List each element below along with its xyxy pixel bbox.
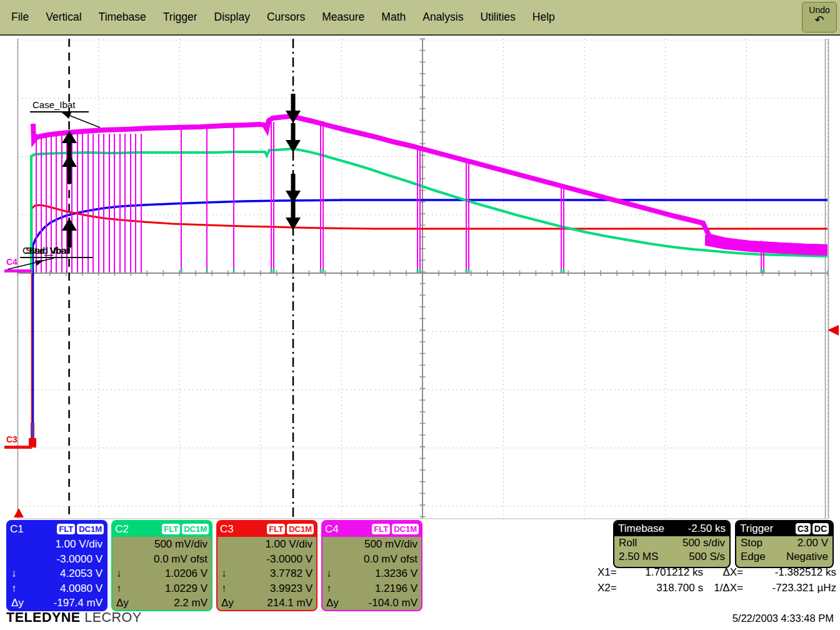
cursor-down-icon: ↓ bbox=[221, 566, 227, 581]
coupling-badge: DC1M bbox=[392, 524, 419, 534]
cursor1-value: 3.7782 V bbox=[270, 566, 312, 581]
undo-icon: ↶ bbox=[802, 16, 836, 24]
cursor2-value: 3.9923 V bbox=[270, 581, 312, 596]
menu-help[interactable]: Help bbox=[532, 11, 555, 24]
menu-utilities[interactable]: Utilities bbox=[480, 11, 515, 24]
coupling-badge: DC1M bbox=[182, 524, 209, 534]
c2-spike-tick bbox=[561, 269, 562, 272]
timebase-samples: 2.50 MS bbox=[619, 551, 658, 563]
brand-teledyne: TELEDYNE bbox=[6, 610, 81, 625]
trigger-descriptor[interactable]: Trigger C3 DC Stop2.00 V EdgeNegative bbox=[735, 520, 834, 568]
c2-spike-tick bbox=[763, 269, 765, 272]
c2-spike-tick bbox=[273, 269, 275, 272]
timebase-rate: 500 S/s bbox=[689, 551, 725, 563]
vdiv-value: 500 mV/div bbox=[364, 537, 418, 552]
vdiv-value: 500 mV/div bbox=[154, 537, 208, 552]
x2-value: 318.700 s bbox=[625, 582, 703, 594]
c2-spike-tick bbox=[419, 269, 421, 272]
datetime-stamp: 5/22/2003 4:33:48 PM bbox=[732, 612, 834, 624]
delta-y-value: -104.0 mV bbox=[369, 596, 418, 611]
dx-label: ΔX= bbox=[703, 566, 746, 579]
menu-trigger[interactable]: Trigger bbox=[163, 11, 198, 24]
trigger-mode: Stop bbox=[741, 537, 762, 549]
c2-spike-tick bbox=[320, 269, 322, 272]
cursor2-value: 1.2196 V bbox=[375, 581, 418, 596]
menu-measure[interactable]: Measure bbox=[322, 11, 364, 24]
invdx-value: -723.321 µHz bbox=[746, 582, 836, 594]
vdiv-value: 1.00 V/div bbox=[55, 537, 102, 552]
trigger-source-badge: C3 bbox=[796, 523, 811, 534]
channel-position-marker-c4[interactable]: C4 bbox=[6, 257, 18, 267]
timebase-sdiv: 500 s/div bbox=[682, 537, 725, 549]
channel-id-c2: C2 bbox=[115, 523, 160, 536]
delta-y-label: Δy bbox=[221, 596, 234, 611]
invdx-label: 1/ΔX= bbox=[703, 582, 746, 594]
delta-y-label: Δy bbox=[116, 596, 129, 611]
cursor1-value: 4.2053 V bbox=[60, 566, 102, 581]
oscilloscope-screen: File Vertical Timebase Trigger Display C… bbox=[0, 0, 840, 630]
menu-math[interactable]: Math bbox=[381, 11, 406, 24]
cursor2-value: 1.0229 V bbox=[165, 581, 208, 596]
filter-badge: FLT bbox=[267, 524, 285, 534]
filter-badge: FLT bbox=[57, 524, 75, 534]
cursor-up-icon: ↑ bbox=[326, 581, 332, 596]
trigger-type: Edge bbox=[741, 551, 766, 563]
c2-spike-tick bbox=[271, 269, 272, 272]
coupling-badge: DC1M bbox=[287, 524, 314, 534]
menu-file[interactable]: File bbox=[11, 11, 29, 24]
channel-id-c3: C3 bbox=[220, 523, 265, 536]
timebase-descriptor[interactable]: Timebase -2.50 ks Roll500 s/div 2.50 MS5… bbox=[613, 520, 731, 568]
channel-descriptor-c2[interactable]: C2 FLT DC1M 500 mV/div 0.0 mV ofst ↓1.02… bbox=[111, 520, 212, 611]
timebase-title: Timebase bbox=[618, 522, 664, 535]
cursor-down-icon: ↓ bbox=[11, 566, 17, 581]
channel-descriptor-c1[interactable]: C1 FLT DC1M 1.00 V/div -3.0000 V ↓4.2053… bbox=[6, 520, 108, 611]
cursor-down-icon: ↓ bbox=[326, 566, 332, 581]
delta-y-value: 214.1 mV bbox=[267, 596, 312, 611]
cursor2-value: 4.0080 V bbox=[60, 581, 102, 596]
offset-value: 0.0 mV ofst bbox=[154, 552, 208, 567]
delta-y-label: Δy bbox=[11, 596, 24, 611]
menu-timebase[interactable]: Timebase bbox=[99, 11, 146, 24]
offset-value: -3.0000 V bbox=[56, 552, 102, 567]
cursor-readout-row2: X2= 318.700 s 1/ΔX= -723.321 µHz bbox=[598, 582, 836, 594]
offset-value: 0.0 mV ofst bbox=[364, 552, 418, 567]
cursor-down-icon: ↓ bbox=[116, 566, 122, 581]
annotation-overlapped-label: Stud_Ibat bbox=[29, 245, 69, 256]
waveform-display[interactable]: Case_IbatCase_VbatStud_VbatStud_IbatC4C3 bbox=[0, 36, 840, 521]
c2-spike-tick bbox=[761, 269, 762, 272]
trigger-slope: Negative bbox=[786, 551, 828, 563]
channel-id-c1: C1 bbox=[10, 523, 55, 536]
trigger-level: 2.00 V bbox=[798, 537, 828, 549]
x1-value: 1.701212 ks bbox=[625, 566, 703, 579]
delta-y-value: 2.2 mV bbox=[174, 596, 208, 611]
undo-button[interactable]: Undo ↶ bbox=[802, 2, 837, 32]
vdiv-value: 1.00 V/div bbox=[265, 537, 312, 552]
coupling-badge: DC1M bbox=[77, 524, 104, 534]
c2-spike-tick bbox=[233, 269, 235, 272]
menu-analysis[interactable]: Analysis bbox=[422, 11, 463, 24]
cursor1-value: 1.3236 V bbox=[375, 566, 418, 581]
channel-id-c4: C4 bbox=[325, 523, 370, 536]
c2-spike-tick bbox=[417, 269, 419, 272]
cursor-up-icon: ↑ bbox=[221, 581, 227, 596]
channel-descriptor-c4[interactable]: C4 FLT DC1M 500 mV/div 0.0 mV ofst ↓1.32… bbox=[321, 520, 422, 611]
menu-display[interactable]: Display bbox=[214, 11, 250, 24]
offset-value: -3.0000 V bbox=[266, 552, 312, 567]
filter-badge: FLT bbox=[162, 524, 180, 534]
menu-vertical[interactable]: Vertical bbox=[46, 11, 81, 24]
channel-descriptor-c3[interactable]: C3 FLT DC1M 1.00 V/div -3.0000 V ↓3.7782… bbox=[216, 520, 318, 611]
trigger-title: Trigger bbox=[740, 522, 773, 535]
x1-label: X1= bbox=[598, 566, 625, 579]
menu-bar: File Vertical Timebase Trigger Display C… bbox=[0, 0, 840, 36]
cursor-up-icon: ↑ bbox=[11, 581, 17, 596]
channel-position-bar-c3[interactable] bbox=[4, 446, 32, 449]
c2-spike-tick bbox=[466, 269, 468, 272]
channel-position-bar-c4[interactable] bbox=[4, 269, 32, 272]
c2-spike-tick bbox=[468, 269, 470, 272]
timebase-delay: -2.50 ks bbox=[688, 522, 726, 535]
delta-y-value: -197.4 mV bbox=[54, 596, 102, 611]
channel-position-marker-c3[interactable]: C3 bbox=[6, 434, 18, 444]
c2-spike-tick bbox=[322, 269, 324, 272]
menu-cursors[interactable]: Cursors bbox=[267, 11, 305, 24]
trigger-coupling-badge: DC bbox=[812, 523, 829, 534]
